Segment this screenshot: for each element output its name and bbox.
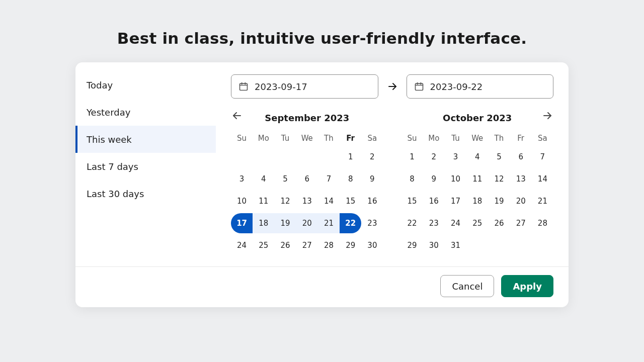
date-range-picker-card: TodayYesterdayThis weekLast 7 daysLast 3… <box>75 62 569 307</box>
preset-item[interactable]: This week <box>75 126 216 153</box>
day-cell[interactable]: 8 <box>340 169 361 189</box>
day-cell[interactable]: 19 <box>488 191 510 211</box>
day-cell[interactable]: 19 <box>274 213 296 233</box>
day-cell[interactable]: 16 <box>423 191 445 211</box>
day-cell[interactable]: 20 <box>510 191 532 211</box>
day-cell[interactable]: 10 <box>445 169 466 189</box>
day-cell[interactable]: 29 <box>401 235 423 255</box>
week-row: 891011121314 <box>401 168 554 190</box>
day-cell[interactable]: 7 <box>532 147 553 167</box>
day-cell[interactable]: 28 <box>318 235 340 255</box>
day-cell[interactable]: 10 <box>231 191 253 211</box>
day-cell[interactable]: 12 <box>274 191 296 211</box>
end-date-input[interactable]: 2023-09-22 <box>407 74 554 99</box>
day-cell[interactable]: 23 <box>423 213 445 233</box>
preset-item[interactable]: Last 30 days <box>75 180 216 207</box>
day-cell[interactable]: 26 <box>274 235 296 255</box>
day-cell[interactable]: 23 <box>361 213 383 233</box>
day-cell[interactable]: 14 <box>318 191 340 211</box>
end-date-value: 2023-09-22 <box>430 81 483 92</box>
dow-label: We <box>466 131 488 146</box>
day-cell[interactable]: 30 <box>423 235 445 255</box>
day-cell[interactable]: 22 <box>401 213 423 233</box>
week-row: 17181920212223 <box>231 212 383 234</box>
day-cell[interactable]: 21 <box>318 213 340 233</box>
day-cell[interactable]: 6 <box>510 147 532 167</box>
day-cell[interactable]: 9 <box>423 169 445 189</box>
day-cell[interactable]: 15 <box>340 191 361 211</box>
preset-item[interactable]: Today <box>75 71 216 99</box>
day-cell[interactable]: 11 <box>253 191 274 211</box>
day-cell[interactable]: 6 <box>296 169 318 189</box>
day-cell[interactable]: 5 <box>488 147 510 167</box>
dow-row: SuMoTuWeThFrSa <box>401 131 554 146</box>
week-row: 12 <box>231 146 383 168</box>
day-cell[interactable]: 4 <box>466 147 488 167</box>
day-cell[interactable]: 29 <box>340 235 361 255</box>
day-cell[interactable]: 8 <box>401 169 423 189</box>
date-inputs-row: 2023-09-17 2023-09-22 <box>231 74 553 99</box>
day-cell[interactable]: 3 <box>445 147 466 167</box>
dow-label: Su <box>401 131 423 146</box>
apply-button[interactable]: Apply <box>501 275 553 297</box>
day-cell[interactable]: 18 <box>466 191 488 211</box>
day-cell[interactable]: 12 <box>488 169 510 189</box>
cancel-button[interactable]: Cancel <box>440 275 494 297</box>
page-heading: Best in class, intuitive user-friendly i… <box>0 29 644 47</box>
day-cell[interactable]: 17 <box>445 191 466 211</box>
picker-body: TodayYesterdayThis weekLast 7 daysLast 3… <box>75 62 569 266</box>
dow-label: Su <box>231 131 253 146</box>
day-cell[interactable]: 24 <box>445 213 466 233</box>
day-cell[interactable]: 20 <box>296 213 318 233</box>
day-cell[interactable]: 27 <box>510 213 532 233</box>
day-cell[interactable]: 1 <box>340 147 361 167</box>
month-grid: October 2023SuMoTuWeThFrSa12345678910111… <box>401 109 554 256</box>
day-cell[interactable]: 2 <box>423 147 445 167</box>
prev-month-icon[interactable] <box>231 110 243 122</box>
day-cell[interactable]: 11 <box>466 169 488 189</box>
dow-row: SuMoTuWeThFrSa <box>231 131 383 146</box>
calendar-panel: 2023-09-17 2023-09-22 September 2023SuMo… <box>216 62 569 266</box>
day-cell[interactable]: 13 <box>510 169 532 189</box>
day-cell[interactable]: 24 <box>231 235 253 255</box>
day-cell[interactable]: 18 <box>253 213 274 233</box>
day-cell[interactable]: 2 <box>361 147 383 167</box>
day-cell[interactable]: 1 <box>401 147 423 167</box>
day-cell[interactable]: 7 <box>318 169 340 189</box>
preset-item[interactable]: Last 7 days <box>75 153 216 180</box>
dow-label: Th <box>318 131 340 146</box>
week-row: 10111213141516 <box>231 190 383 212</box>
day-cell[interactable]: 5 <box>274 169 296 189</box>
picker-footer: Cancel Apply <box>75 266 569 307</box>
day-cell[interactable]: 26 <box>488 213 510 233</box>
week-row: 3456789 <box>231 168 383 190</box>
day-cell[interactable]: 13 <box>296 191 318 211</box>
day-cell[interactable]: 4 <box>253 169 274 189</box>
week-row: 24252627282930 <box>231 234 383 256</box>
svg-rect-0 <box>240 83 248 90</box>
day-cell[interactable]: 9 <box>361 169 383 189</box>
day-cell[interactable]: 30 <box>361 235 383 255</box>
day-blank <box>510 235 532 255</box>
day-cell[interactable]: 21 <box>532 191 553 211</box>
next-month-icon[interactable] <box>541 110 553 122</box>
week-row: 1234567 <box>401 146 554 168</box>
day-cell[interactable]: 15 <box>401 191 423 211</box>
day-cell[interactable]: 22 <box>340 213 361 233</box>
day-cell[interactable]: 16 <box>361 191 383 211</box>
day-cell[interactable]: 28 <box>532 213 553 233</box>
dow-label: Fr <box>510 131 532 146</box>
day-cell[interactable]: 25 <box>466 213 488 233</box>
day-cell[interactable]: 31 <box>445 235 466 255</box>
months-row: September 2023SuMoTuWeThFrSa123456789101… <box>231 109 553 256</box>
preset-item[interactable]: Yesterday <box>75 99 216 126</box>
month-title: October 2023 <box>443 113 512 123</box>
day-cell[interactable]: 25 <box>253 235 274 255</box>
day-cell[interactable]: 3 <box>231 169 253 189</box>
day-cell[interactable]: 14 <box>532 169 553 189</box>
day-cell[interactable]: 17 <box>231 213 253 233</box>
start-date-value: 2023-09-17 <box>255 81 307 92</box>
week-row: 15161718192021 <box>401 190 554 212</box>
start-date-input[interactable]: 2023-09-17 <box>231 74 378 99</box>
day-cell[interactable]: 27 <box>296 235 318 255</box>
